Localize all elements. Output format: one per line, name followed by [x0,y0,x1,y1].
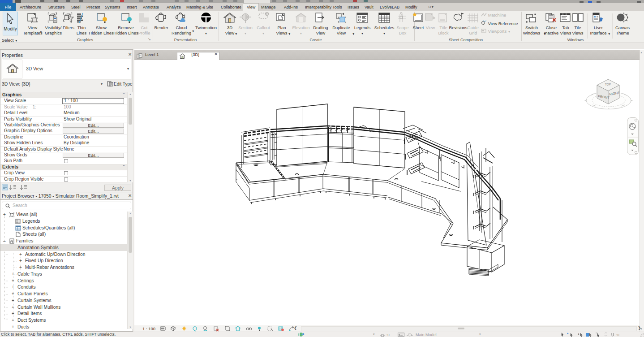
svg-text::0: :0 [386,333,390,337]
svg-text:1: 1 [578,333,580,335]
svg-text::0: :0 [616,333,619,337]
svg-text:Main Model: Main Model [416,333,437,337]
svg-text:TOP: TOP [605,82,611,86]
